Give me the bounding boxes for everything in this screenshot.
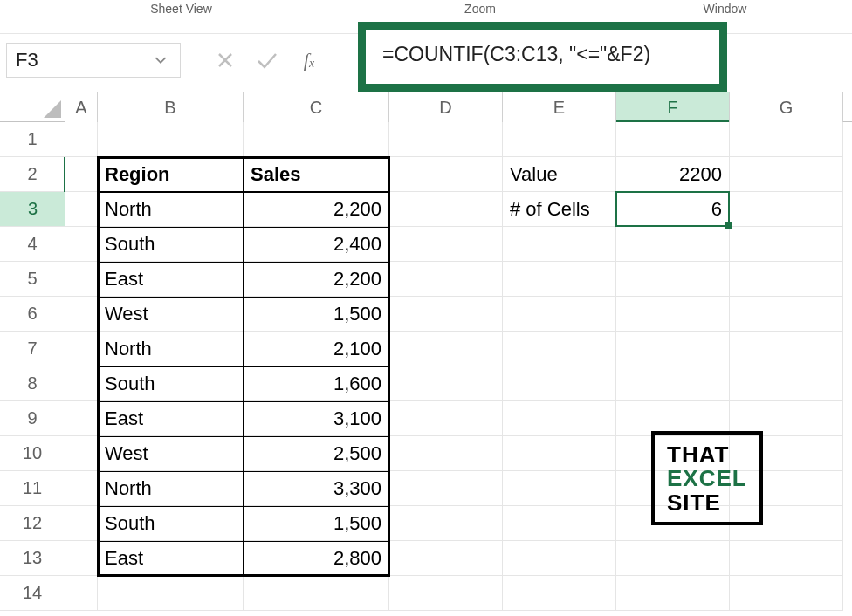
cell-G5[interactable] — [730, 262, 843, 297]
cell-D2[interactable] — [389, 157, 503, 192]
cell-F6[interactable] — [616, 297, 730, 332]
cell-D10[interactable] — [389, 436, 503, 471]
cell-F13[interactable] — [616, 541, 730, 576]
column-header-E[interactable]: E — [503, 92, 616, 122]
cell-G4[interactable] — [730, 227, 843, 262]
cell-D3[interactable] — [389, 192, 503, 227]
cell-A4[interactable] — [65, 227, 98, 262]
cell-G13[interactable] — [730, 541, 843, 576]
cell-D13[interactable] — [389, 541, 503, 576]
column-header-C[interactable]: C — [244, 92, 389, 122]
cancel-icon[interactable] — [214, 47, 237, 73]
formula-bar[interactable]: =COUNTIF(C3:C13, "<="&F2) — [382, 43, 650, 66]
row-header-13[interactable]: 13 — [0, 541, 65, 576]
chevron-down-icon[interactable] — [150, 54, 171, 66]
row-header-10[interactable]: 10 — [0, 436, 65, 471]
cell-D9[interactable] — [389, 401, 503, 436]
logo-line-2: EXCEL — [667, 467, 747, 490]
cell-E4[interactable] — [503, 227, 616, 262]
cell-A8[interactable] — [65, 366, 98, 401]
cell-G7[interactable] — [730, 332, 843, 366]
row-header-2[interactable]: 2 — [0, 157, 65, 192]
cell-D14[interactable] — [389, 576, 503, 611]
cell-G3[interactable] — [730, 192, 843, 227]
cell-D1[interactable] — [389, 122, 503, 157]
cell-A10[interactable] — [65, 436, 98, 471]
cell-A7[interactable] — [65, 332, 98, 366]
cell-A1[interactable] — [65, 122, 98, 157]
row-header-4[interactable]: 4 — [0, 227, 65, 262]
row-header-6[interactable]: 6 — [0, 297, 65, 332]
cell-A11[interactable] — [65, 471, 98, 506]
column-header-A[interactable]: A — [65, 92, 98, 122]
cell-A14[interactable] — [65, 576, 98, 611]
cell-G6[interactable] — [730, 297, 843, 332]
value-cell[interactable]: 2200 — [616, 157, 730, 192]
row-header-5[interactable]: 5 — [0, 262, 65, 297]
cell-A3[interactable] — [65, 192, 98, 227]
cell-E11[interactable] — [503, 471, 616, 506]
cell-B1[interactable] — [98, 122, 244, 157]
cell-G14[interactable] — [730, 576, 843, 611]
cell-D5[interactable] — [389, 262, 503, 297]
cell-F1[interactable] — [616, 122, 730, 157]
cells-area[interactable]: RegionSalesNorth2,200South2,400East2,200… — [65, 122, 852, 616]
row-header-9[interactable]: 9 — [0, 401, 65, 436]
cell-E5[interactable] — [503, 262, 616, 297]
cell-A9[interactable] — [65, 401, 98, 436]
row-header-8[interactable]: 8 — [0, 366, 65, 401]
cell-A12[interactable] — [65, 506, 98, 541]
count-label[interactable]: # of Cells — [503, 192, 616, 227]
cell-D4[interactable] — [389, 227, 503, 262]
cell-E9[interactable] — [503, 401, 616, 436]
column-header-B[interactable]: B — [98, 92, 244, 122]
cell-D8[interactable] — [389, 366, 503, 401]
name-box[interactable]: F3 — [6, 43, 181, 78]
row-header-3[interactable]: 3 — [0, 192, 65, 227]
row-header-7[interactable]: 7 — [0, 332, 65, 366]
cell-A2[interactable] — [65, 157, 98, 192]
cell-E12[interactable] — [503, 506, 616, 541]
column-header-F[interactable]: F — [616, 92, 730, 122]
cell-A6[interactable] — [65, 297, 98, 332]
column-header-G[interactable]: G — [730, 92, 843, 122]
cell-C14[interactable] — [244, 576, 389, 611]
cell-D6[interactable] — [389, 297, 503, 332]
table-row-divider — [98, 262, 389, 263]
site-logo: THATEXCELSITE — [651, 431, 763, 525]
cell-D7[interactable] — [389, 332, 503, 366]
cell-E13[interactable] — [503, 541, 616, 576]
cell-F7[interactable] — [616, 332, 730, 366]
cell-D11[interactable] — [389, 471, 503, 506]
cell-G1[interactable] — [730, 122, 843, 157]
cell-E8[interactable] — [503, 366, 616, 401]
value-label[interactable]: Value — [503, 157, 616, 192]
spreadsheet-grid[interactable]: ABCDEFG 1234567891011121314 RegionSalesN… — [0, 92, 852, 616]
insert-function-icon[interactable]: fx — [298, 47, 320, 73]
row-header-11[interactable]: 11 — [0, 471, 65, 506]
cell-E7[interactable] — [503, 332, 616, 366]
cell-F5[interactable] — [616, 262, 730, 297]
cell-E1[interactable] — [503, 122, 616, 157]
cell-F8[interactable] — [616, 366, 730, 401]
enter-icon[interactable] — [256, 47, 278, 73]
cell-A13[interactable] — [65, 541, 98, 576]
cell-B14[interactable] — [98, 576, 244, 611]
row-header-1[interactable]: 1 — [0, 122, 65, 157]
cell-F4[interactable] — [616, 227, 730, 262]
count-cell[interactable]: 6 — [616, 192, 730, 227]
cell-G8[interactable] — [730, 366, 843, 401]
cell-A5[interactable] — [65, 262, 98, 297]
column-header-D[interactable]: D — [389, 92, 503, 122]
table-row-divider — [98, 471, 389, 472]
cell-C1[interactable] — [244, 122, 389, 157]
row-header-12[interactable]: 12 — [0, 506, 65, 541]
cell-E10[interactable] — [503, 436, 616, 471]
cell-F14[interactable] — [616, 576, 730, 611]
cell-E14[interactable] — [503, 576, 616, 611]
row-header-14[interactable]: 14 — [0, 576, 65, 611]
select-all-triangle[interactable] — [0, 92, 65, 122]
cell-D12[interactable] — [389, 506, 503, 541]
cell-E6[interactable] — [503, 297, 616, 332]
cell-G2[interactable] — [730, 157, 843, 192]
